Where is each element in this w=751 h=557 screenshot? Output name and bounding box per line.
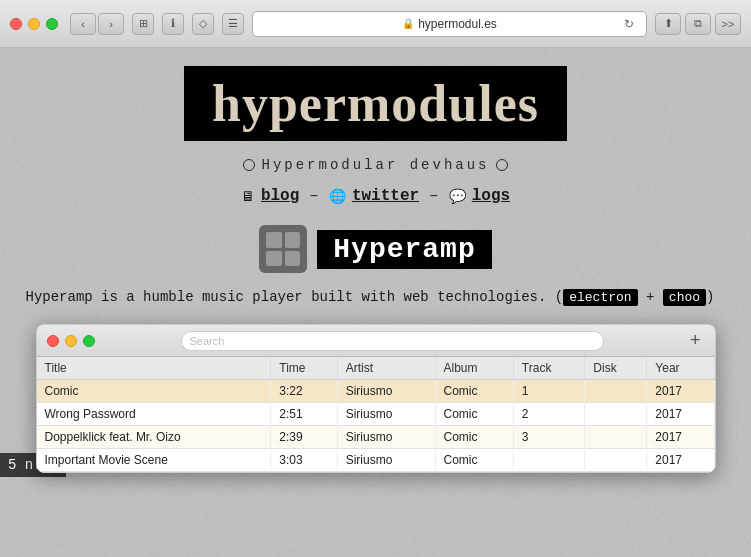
cell-1: 2:51 xyxy=(271,403,337,426)
table-row[interactable]: Doppelklick feat. Mr. Oizo2:39SiriusmoCo… xyxy=(37,426,715,449)
nav-links: 🖥 blog – 🌐 twitter – 💬 logs xyxy=(237,185,514,207)
app-minimize-button[interactable] xyxy=(65,335,77,347)
cell-2: Siriusmo xyxy=(337,426,435,449)
subtitle: Hypermodular devhaus xyxy=(243,157,507,173)
cell-6: 2017 xyxy=(647,426,714,449)
blog-label[interactable]: blog xyxy=(261,187,299,205)
choo-tag: choo xyxy=(663,289,706,306)
new-tab-button[interactable]: ⧉ xyxy=(685,13,711,35)
twitter-icon: 🌐 xyxy=(329,188,346,204)
cell-4: 1 xyxy=(513,380,585,403)
col-year: Year xyxy=(647,357,714,380)
website-content: hypermodules Hypermodular devhaus 🖥 blog… xyxy=(0,48,751,557)
app-titlebar: Search + xyxy=(37,325,715,357)
browser-actions: ⬆ ⧉ >> xyxy=(655,13,741,35)
cell-6: 2017 xyxy=(647,380,714,403)
close-button[interactable] xyxy=(10,18,22,30)
logs-link[interactable]: 💬 logs xyxy=(445,185,514,207)
cell-6: 2017 xyxy=(647,403,714,426)
cell-5 xyxy=(585,426,647,449)
maximize-button[interactable] xyxy=(46,18,58,30)
nav-sep-1: – xyxy=(303,187,325,205)
logs-label[interactable]: logs xyxy=(472,187,510,205)
refresh-button[interactable]: ↻ xyxy=(618,13,640,35)
cell-1: 3:22 xyxy=(271,380,337,403)
back-button[interactable]: ‹ xyxy=(70,13,96,35)
circle-icon-right xyxy=(496,159,508,171)
url-text: hypermodul.es xyxy=(418,17,497,31)
col-time: Time xyxy=(271,357,337,380)
cell-2: Siriusmo xyxy=(337,380,435,403)
col-disk: Disk xyxy=(585,357,647,380)
icon-quad-4 xyxy=(285,251,301,267)
table-body: Comic3:22SiriusmoComic12017Wrong Passwor… xyxy=(37,380,715,472)
extensions-button[interactable]: >> xyxy=(715,13,741,35)
bookmark-button[interactable]: ☰ xyxy=(222,13,244,35)
cell-3: Comic xyxy=(435,449,513,472)
col-artist: Artist xyxy=(337,357,435,380)
col-album: Album xyxy=(435,357,513,380)
logo-banner: hypermodules xyxy=(184,66,567,141)
col-track: Track xyxy=(513,357,585,380)
circle-icon-left xyxy=(243,159,255,171)
app-search-input[interactable]: Search xyxy=(181,331,604,351)
app-window: Search + Title Time Artist Album Track D… xyxy=(36,324,716,473)
lock-icon: 🔒 xyxy=(402,18,414,29)
table-row[interactable]: Important Movie Scene3:03SiriusmoComic20… xyxy=(37,449,715,472)
forward-button[interactable]: › xyxy=(98,13,124,35)
cell-6: 2017 xyxy=(647,449,714,472)
icon-quad-3 xyxy=(266,251,282,267)
twitter-link[interactable]: 🌐 twitter xyxy=(325,185,423,207)
cell-5 xyxy=(585,403,647,426)
description-end: ) xyxy=(706,289,714,305)
cell-0: Wrong Password xyxy=(37,403,271,426)
cell-4: 2 xyxy=(513,403,585,426)
cell-1: 3:03 xyxy=(271,449,337,472)
nav-sep-2: – xyxy=(423,187,445,205)
music-table: Title Time Artist Album Track Disk Year … xyxy=(37,357,715,472)
nav-buttons: ‹ › xyxy=(70,13,124,35)
subtitle-text: Hypermodular devhaus xyxy=(261,157,489,173)
shield-button[interactable]: ◇ xyxy=(192,13,214,35)
add-track-button[interactable]: + xyxy=(690,330,705,351)
table-header: Title Time Artist Album Track Disk Year xyxy=(37,357,715,380)
traffic-lights xyxy=(10,18,58,30)
site-content: hypermodules Hypermodular devhaus 🖥 blog… xyxy=(0,48,751,473)
hyperamp-section: Hyperamp xyxy=(259,225,491,273)
icon-quad-2 xyxy=(285,232,301,248)
table-row[interactable]: Comic3:22SiriusmoComic12017 xyxy=(37,380,715,403)
address-bar[interactable]: 🔒 hypermodul.es ↻ xyxy=(252,11,647,37)
cell-4 xyxy=(513,449,585,472)
app-close-button[interactable] xyxy=(47,335,59,347)
cell-0: Important Movie Scene xyxy=(37,449,271,472)
cell-3: Comic xyxy=(435,403,513,426)
hyperamp-title: Hyperamp xyxy=(317,230,491,269)
cell-3: Comic xyxy=(435,380,513,403)
tab-view-button[interactable]: ⊞ xyxy=(132,13,154,35)
app-maximize-button[interactable] xyxy=(83,335,95,347)
description-start: Hyperamp is a humble music player built … xyxy=(26,289,564,305)
minimize-button[interactable] xyxy=(28,18,40,30)
cell-0: Doppelklick feat. Mr. Oizo xyxy=(37,426,271,449)
reader-mode-button[interactable]: ℹ xyxy=(162,13,184,35)
col-title: Title xyxy=(37,357,271,380)
logo-text: hypermodules xyxy=(212,74,539,133)
table-row[interactable]: Wrong Password2:51SiriusmoComic22017 xyxy=(37,403,715,426)
cell-2: Siriusmo xyxy=(337,403,435,426)
electron-tag: electron xyxy=(563,289,637,306)
cell-5 xyxy=(585,380,647,403)
cell-0: Comic xyxy=(37,380,271,403)
description: Hyperamp is a humble music player built … xyxy=(26,287,726,308)
cell-3: Comic xyxy=(435,426,513,449)
cell-1: 2:39 xyxy=(271,426,337,449)
twitter-label[interactable]: twitter xyxy=(352,187,419,205)
hyperamp-icon xyxy=(259,225,307,273)
icon-quad-1 xyxy=(266,232,282,248)
cell-5 xyxy=(585,449,647,472)
browser-chrome: ‹ › ⊞ ℹ ◇ ☰ 🔒 hypermodul.es ↻ ⬆ ⧉ >> xyxy=(0,0,751,48)
tech-plus: + xyxy=(638,289,663,305)
cell-4: 3 xyxy=(513,426,585,449)
share-button[interactable]: ⬆ xyxy=(655,13,681,35)
blog-link[interactable]: 🖥 blog xyxy=(237,185,303,207)
blog-icon: 🖥 xyxy=(241,188,255,204)
